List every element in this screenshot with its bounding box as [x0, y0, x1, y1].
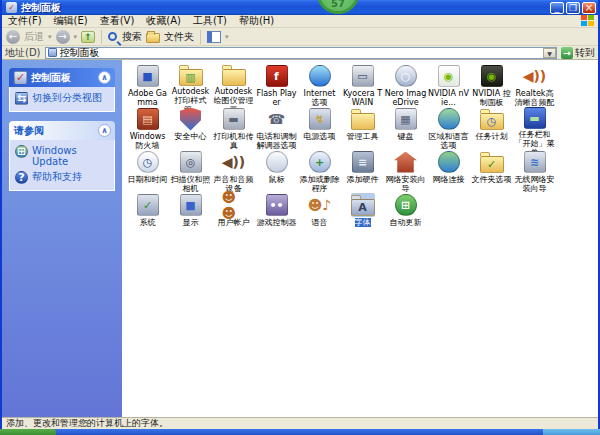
folders-icon[interactable] — [146, 33, 160, 43]
control-panel-item[interactable]: 管理工具 — [341, 107, 384, 150]
control-panel-item[interactable]: ▦键盘 — [384, 107, 427, 150]
menu-view[interactable]: 查看(V) — [100, 15, 135, 26]
up-folder-button-icon[interactable]: ↑ — [81, 31, 95, 43]
control-panel-item[interactable]: ○Nero ImageDrive — [384, 64, 427, 107]
search-icon[interactable] — [108, 32, 117, 41]
security-center-shield-icon — [180, 108, 201, 131]
control-panel-item[interactable]: ▬任务栏和「开始」菜单 — [513, 107, 556, 150]
taskbar[interactable] — [0, 429, 600, 435]
windows-update-icon: ⊞ — [15, 145, 28, 158]
control-panel-item[interactable]: ☻♪语音 — [298, 193, 341, 236]
system-icon: ✓ — [137, 194, 159, 216]
forward-dropdown-icon[interactable]: ▾ — [74, 33, 78, 41]
control-panel-item[interactable]: ◷任务计划 — [470, 107, 513, 150]
item-icon-wrap: ✓ — [480, 150, 504, 174]
control-panel-item[interactable]: ■显示 — [169, 193, 212, 236]
control-panel-item[interactable]: ☎电话和调制解调器选项 — [255, 107, 298, 150]
control-panel-item[interactable]: ✓系统 — [126, 193, 169, 236]
control-panel-item[interactable]: ▭Kyocera TWAIN — [341, 64, 384, 107]
item-icon-wrap: ◀)) — [222, 150, 246, 174]
search-button-label[interactable]: 搜索 — [122, 30, 142, 44]
control-panel-item[interactable]: ▬打印机和传真 — [212, 107, 255, 150]
chevron-up-icon[interactable]: ∧ — [98, 71, 111, 84]
sidebar-link[interactable]: ⇆切换到分类视图 — [15, 92, 111, 105]
item-icon-wrap: f — [266, 64, 288, 88]
control-panel-item[interactable]: ≡添加硬件 — [341, 150, 384, 193]
sidebar-panel-control-panel: ✓控制面板∧⇆切换到分类视图 — [9, 68, 115, 112]
speech-icon: ☻♪ — [308, 193, 332, 217]
chevron-up-icon[interactable]: ∧ — [98, 124, 111, 137]
minimize-button[interactable]: _ — [550, 2, 564, 14]
go-button[interactable]: → 转到 — [561, 46, 595, 60]
control-panel-item[interactable]: ◀))Realtek高清晰音频配置 — [513, 64, 556, 107]
panel-header[interactable]: ✓控制面板∧ — [9, 68, 115, 87]
autodesk-plotter-folder-icon — [222, 69, 246, 86]
menu-help[interactable]: 帮助(H) — [239, 15, 274, 26]
back-button-icon[interactable]: ← — [6, 30, 20, 44]
control-panel-item[interactable]: +添加或删除程序 — [298, 150, 341, 193]
control-panel-item[interactable]: ≋无线网络安装向导 — [513, 150, 556, 193]
control-panel-item[interactable]: ••游戏控制器 — [255, 193, 298, 236]
menu-edit[interactable]: 编辑(E) — [54, 15, 88, 26]
control-panel-item[interactable]: ◉NVIDIA 控制面板 — [470, 64, 513, 107]
control-panel-item[interactable]: Internet 选项 — [298, 64, 341, 107]
automatic-updates-icon: ⊞ — [395, 194, 417, 216]
forward-button-icon[interactable]: → — [56, 30, 70, 44]
sidebar-link[interactable]: ?帮助和支持 — [15, 171, 111, 184]
sidebar-link-label: Windows Update — [32, 145, 111, 167]
control-panel-icon: ✓ — [14, 71, 27, 84]
control-panel-item[interactable]: ◀))声音和音频设备 — [212, 150, 255, 193]
menu-file[interactable]: 文件(F) — [8, 15, 42, 26]
control-panel-item[interactable]: 网络安装向导 — [384, 150, 427, 193]
go-label: 转到 — [575, 46, 595, 60]
restore-button[interactable]: ❐ — [566, 2, 580, 14]
item-icon-wrap: •• — [266, 193, 288, 217]
back-dropdown-icon[interactable]: ▾ — [48, 33, 52, 41]
sidebar-link[interactable]: ⊞Windows Update — [15, 145, 111, 167]
item-icon-wrap: ◉ — [481, 64, 503, 88]
back-button-label[interactable]: 后退 — [24, 30, 44, 44]
item-icon-wrap — [180, 107, 201, 131]
views-dropdown-icon[interactable]: ▾ — [225, 33, 229, 41]
address-combo[interactable]: 控制面板 ▼ — [45, 47, 557, 59]
control-panel-item[interactable]: A字体 — [341, 193, 384, 236]
item-icon-wrap: ▭ — [352, 64, 374, 88]
go-arrow-icon: → — [561, 47, 573, 59]
control-panel-item[interactable]: 区域和语言选项 — [427, 107, 470, 150]
address-value: 控制面板 — [60, 46, 540, 60]
close-button[interactable]: × — [582, 2, 596, 14]
start-button[interactable] — [0, 429, 56, 435]
admin-tools-folder-icon — [351, 113, 375, 130]
control-panel-address-icon — [48, 48, 57, 57]
control-panel-item[interactable]: 鼠标 — [255, 150, 298, 193]
control-panel-item[interactable]: ◉NVIDIA nVie... — [427, 64, 470, 107]
control-panel-item[interactable]: fFlash Player — [255, 64, 298, 107]
control-panel-item[interactable]: ▤Windows 防火墙 — [126, 107, 169, 150]
item-icon-wrap — [438, 150, 460, 174]
item-icon-wrap: ≋ — [524, 150, 546, 174]
user-accounts-icon: ☻☻ — [222, 193, 246, 217]
control-panel-item[interactable]: ☻☻用户帐户 — [212, 193, 255, 236]
control-panel-item[interactable]: 网络连接 — [427, 150, 470, 193]
views-icon[interactable] — [207, 31, 221, 43]
control-panel-item[interactable]: ↯电源选项 — [298, 107, 341, 150]
menu-tools[interactable]: 工具(T) — [193, 15, 227, 26]
item-icon-wrap: ☻☻ — [222, 193, 246, 217]
control-panel-item[interactable]: Autodesk 绘图仪管理器 — [212, 64, 255, 107]
fonts-folder-icon: A — [351, 199, 375, 216]
control-panel-item[interactable]: ◷日期和时间 — [126, 150, 169, 193]
panel-title: 请参阅 — [14, 124, 98, 138]
sounds-audio-speaker-icon: ◀)) — [222, 150, 246, 174]
folders-button-label[interactable]: 文件夹 — [164, 30, 194, 44]
control-panel-item[interactable]: ▥Autodesk 打印样式管.. — [169, 64, 212, 107]
menu-favorites[interactable]: 收藏(A) — [146, 15, 181, 26]
control-panel-item[interactable]: ⊞自动更新 — [384, 193, 427, 236]
control-panel-item[interactable]: ■Adobe Gamma — [126, 64, 169, 107]
address-dropdown-icon[interactable]: ▼ — [543, 48, 556, 58]
control-panel-item[interactable]: ✓文件夹选项 — [470, 150, 513, 193]
control-panel-item[interactable]: 安全中心 — [169, 107, 212, 150]
control-panel-item[interactable]: ◎扫描仪和照相机 — [169, 150, 212, 193]
menu-bar: 文件(F)编辑(E)查看(V)收藏(A)工具(T)帮助(H) — [2, 15, 598, 28]
folder-options-icon: ✓ — [480, 156, 504, 173]
panel-header[interactable]: 请参阅∧ — [9, 121, 115, 140]
